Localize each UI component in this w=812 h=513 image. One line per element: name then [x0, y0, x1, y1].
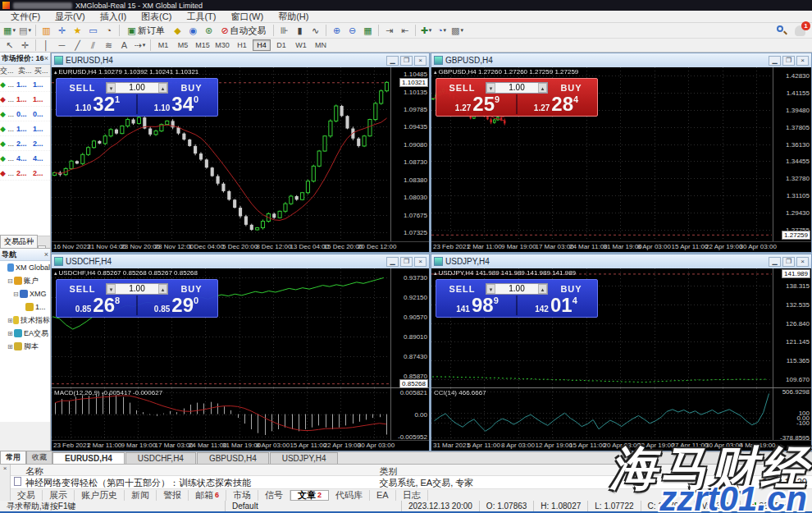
- tree-expander-icon[interactable]: ⊞: [7, 343, 14, 350]
- terminal-tab-日志[interactable]: 日志: [396, 490, 428, 501]
- strategy-tester-button[interactable]: ◔: [101, 24, 116, 37]
- crosshair-button[interactable]: ✛: [17, 39, 33, 52]
- menu-item[interactable]: 文件(F): [3, 11, 48, 23]
- zoom-out-button[interactable]: ⊖: [344, 24, 360, 37]
- candlestick-button[interactable]: ▮: [292, 24, 308, 37]
- horizontal-line-button[interactable]: ─: [54, 39, 70, 52]
- menu-item[interactable]: 插入(I): [93, 11, 134, 23]
- sell-price[interactable]: 1.27259: [439, 94, 516, 114]
- lot-up-button[interactable]: ▴: [158, 284, 167, 294]
- terminal-tab-展示[interactable]: 展示: [43, 490, 75, 501]
- terminal-tab-代码库[interactable]: 代码库: [329, 490, 370, 501]
- sell-button[interactable]: SELL: [59, 284, 106, 294]
- terminal-tab-文章[interactable]: 文章2: [290, 490, 329, 501]
- market-watch-button[interactable]: ▥: [39, 24, 54, 37]
- minimize-button[interactable]: ▁: [386, 56, 399, 66]
- title-bar[interactable]: XMGlobal-Real 15 - XM Global Limited: [0, 0, 812, 11]
- timeframe-button-mn[interactable]: MN: [312, 39, 330, 51]
- templates-button[interactable]: ▩▾: [449, 24, 465, 37]
- tree-item-脚本[interactable]: ⊞脚本: [0, 340, 50, 353]
- zoom-in-button[interactable]: ⊕: [329, 24, 344, 37]
- chart-shift-button[interactable]: ⇤: [397, 24, 413, 37]
- terminal-tab-账户历史[interactable]: 账户历史: [75, 490, 125, 501]
- minimize-button[interactable]: ▁: [386, 257, 399, 267]
- article-row[interactable]: 神经网络变得轻松（第四十五部分）：训练状态探索技能 交易系统, EA交易, 专家…: [11, 476, 812, 488]
- notification-bell-icon[interactable]: 1: [795, 25, 805, 36]
- menu-item[interactable]: 帮助(H): [271, 11, 316, 23]
- lot-up-button[interactable]: ▴: [158, 83, 167, 93]
- chart-titlebar[interactable]: GBPUSD,H4 ▁ ❐ ×: [431, 53, 811, 67]
- market-watch-row[interactable]: ◆ ...2...2...: [0, 166, 50, 181]
- close-button[interactable]: ×: [796, 257, 809, 267]
- tree-item-EA交易[interactable]: ⊞EA交易: [0, 327, 50, 340]
- market-watch-row[interactable]: ◆ ...2...2...: [0, 136, 50, 151]
- new-chart-button[interactable]: ▦▾: [2, 24, 17, 37]
- terminal-tab-交易[interactable]: 交易: [11, 490, 43, 501]
- minimize-button[interactable]: ▁: [769, 257, 781, 267]
- terminal-button[interactable]: ▭: [85, 24, 101, 37]
- tab-common[interactable]: 常用: [0, 451, 26, 464]
- minimize-button[interactable]: ▁: [769, 56, 781, 66]
- tree-expander-icon[interactable]: ⊞: [7, 330, 14, 337]
- buy-price[interactable]: 0.85290: [138, 295, 215, 315]
- chart-tab-gbpusd[interactable]: GBPUSD,H4: [197, 452, 269, 464]
- market-watch-row[interactable]: ◆ ...4...4...: [0, 151, 50, 166]
- timeframe-button-m5[interactable]: M5: [174, 39, 192, 51]
- restore-button[interactable]: ❐: [782, 257, 795, 267]
- menu-item[interactable]: 窗口(W): [223, 11, 271, 23]
- market-watch-row[interactable]: ◆ ...1...1...: [0, 121, 50, 136]
- metaeditor-icon[interactable]: ◆: [170, 24, 185, 37]
- panel-expander-icon[interactable]: ▴: [434, 270, 437, 276]
- market-watch-row[interactable]: ◆ ...1...1...: [0, 92, 50, 107]
- status-profile[interactable]: Default: [226, 501, 402, 511]
- tile-windows-button[interactable]: ▦: [360, 24, 376, 37]
- tab-favorites[interactable]: 收藏: [26, 451, 52, 464]
- tree-item-XMG[interactable]: ⊟XMG: [0, 287, 50, 300]
- column-buy[interactable]: 买...: [34, 66, 49, 76]
- sell-button[interactable]: SELL: [439, 284, 486, 294]
- tree-expander-icon[interactable]: ⊞: [7, 317, 13, 324]
- new-order-button[interactable]: ▣新订单: [122, 24, 170, 37]
- arrows-button[interactable]: ⇢▾: [132, 39, 148, 52]
- sell-price[interactable]: 1.10321: [59, 94, 136, 114]
- line-chart-button[interactable]: ∿: [308, 24, 323, 37]
- trendline-button[interactable]: ╱: [70, 39, 85, 52]
- sell-button[interactable]: SELL: [59, 83, 106, 93]
- menu-item[interactable]: 工具(T): [179, 11, 223, 23]
- auto-scroll-button[interactable]: ⇥: [381, 24, 397, 37]
- terminal-tab-市场[interactable]: 市场: [226, 490, 258, 501]
- tree-item-XM Global[interactable]: XM Global: [0, 261, 50, 274]
- restore-button[interactable]: ❐: [782, 56, 795, 66]
- close-button[interactable]: ×: [414, 257, 427, 267]
- timeframe-button-h1[interactable]: H1: [233, 39, 251, 51]
- timeframe-button-m30[interactable]: M30: [213, 39, 231, 51]
- chart-tab-usdjpy[interactable]: USDJPY,H4: [270, 452, 339, 464]
- menu-item[interactable]: 显示(V): [48, 11, 93, 23]
- website-icon[interactable]: ⊛: [201, 24, 217, 37]
- buy-price[interactable]: 142014: [518, 295, 595, 315]
- terminal-tab-警报[interactable]: 警报: [157, 490, 189, 501]
- chart-titlebar[interactable]: USDJPY,H4 ▁ ❐ ×: [431, 254, 811, 268]
- tree-expander-icon[interactable]: ⊟: [13, 291, 20, 298]
- lot-down-button[interactable]: ▾: [107, 284, 116, 294]
- lot-size-input[interactable]: [116, 83, 158, 92]
- sell-price[interactable]: 141989: [439, 295, 516, 315]
- tab-symbols[interactable]: 交易品种: [0, 235, 38, 248]
- fibonacci-button[interactable]: ≋: [101, 39, 116, 52]
- buy-button[interactable]: BUY: [168, 284, 215, 294]
- lot-up-button[interactable]: ▴: [538, 83, 547, 93]
- lot-down-button[interactable]: ▾: [486, 284, 495, 294]
- timeframe-button-h4[interactable]: H4: [253, 39, 271, 51]
- close-button[interactable]: ×: [796, 56, 809, 66]
- data-window-button[interactable]: ✛: [54, 24, 70, 37]
- terminal-tab-新闻[interactable]: 新闻: [125, 490, 157, 501]
- terminal-tab-信号[interactable]: 信号: [258, 490, 290, 501]
- column-symbol[interactable]: 交...: [0, 66, 18, 76]
- cursor-button[interactable]: ↖: [2, 39, 17, 52]
- panel-expander-icon[interactable]: ▴: [434, 69, 437, 75]
- buy-price[interactable]: 1.10340: [138, 94, 215, 114]
- tree-item-技术指标[interactable]: ⊞技术指标: [0, 314, 50, 327]
- lot-down-button[interactable]: ▾: [486, 83, 495, 93]
- terminal-tab-EA[interactable]: EA: [370, 490, 396, 501]
- periods-button[interactable]: ◔▾: [434, 24, 449, 37]
